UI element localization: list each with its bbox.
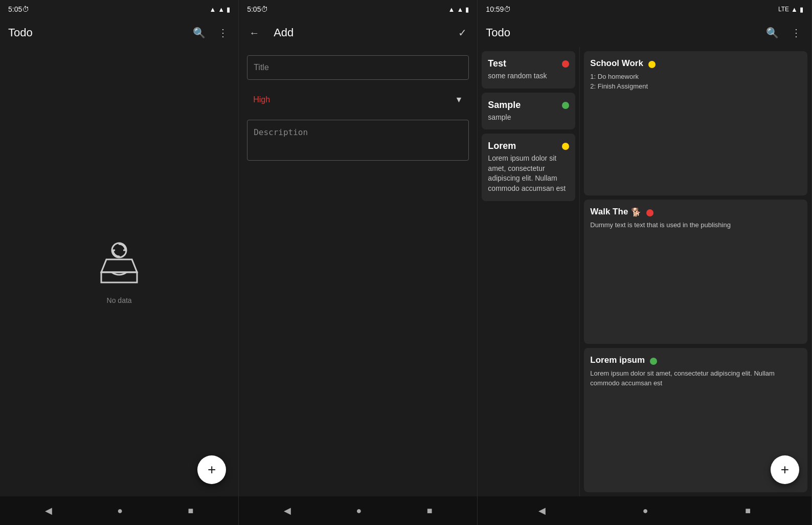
task-desc-sample: sample <box>488 113 569 123</box>
fab-3[interactable]: + <box>771 455 799 484</box>
priority-dot-lorem <box>562 143 569 150</box>
add-form: High ▼ <box>239 47 477 169</box>
task-title-test: Test <box>488 58 506 69</box>
task-card-sample[interactable]: Sample sample <box>482 93 575 130</box>
nav-recent-3[interactable]: ■ <box>741 501 755 520</box>
signal-icon-3: ▲ <box>791 6 798 13</box>
fab-1[interactable]: + <box>197 455 226 484</box>
task-header-lorem: Lorem <box>488 141 569 151</box>
signal-icon-2: ▲ <box>457 6 463 13</box>
task-card-lorem[interactable]: Lorem Lorem ipsum dolor sit amet, consec… <box>482 134 575 201</box>
left-task-list: Test some random task Sample sample Lore… <box>478 47 580 496</box>
priority-dot-lorem-ipsum <box>650 358 657 365</box>
task-card-test[interactable]: Test some random task <box>482 51 575 89</box>
back-button-2[interactable]: ← <box>247 25 261 41</box>
priority-dot-test <box>562 60 569 68</box>
task-title-lorem-ipsum: Lorem ipsum <box>590 355 645 365</box>
nav-bar-3: ◀ ● ■ <box>478 496 811 525</box>
status-dot-icon-2: ⏱ <box>261 5 268 13</box>
empty-icon <box>94 239 145 290</box>
right-task-list: School Work 1: Do homework2: Finish Assi… <box>580 47 811 496</box>
lte-label: LTE <box>778 6 789 13</box>
menu-button-1[interactable]: ⋮ <box>216 25 230 41</box>
task-header-test: Test <box>488 58 569 69</box>
app-title-3: Todo <box>486 26 764 39</box>
top-bar-3: Todo 🔍 ⋮ <box>478 18 811 47</box>
battery-icon-1: ▮ <box>227 6 230 13</box>
task-desc-lorem: Lorem ipsum dolor sit amet, consectetur … <box>488 154 569 193</box>
status-bar-2: 5:05 ⏱ ▲ ▲ ▮ <box>239 0 477 18</box>
priority-dot-school-work <box>648 61 656 68</box>
nav-home-3[interactable]: ● <box>639 501 652 520</box>
status-dot-icon-1: ⏱ <box>22 5 29 13</box>
confirm-button[interactable]: ✓ <box>456 25 469 41</box>
task-desc-test: some random task <box>488 71 569 81</box>
nav-bar-2: ◀ ● ■ <box>239 496 477 525</box>
top-bar-actions-1: 🔍 ⋮ <box>191 25 230 41</box>
status-bar-3: 10:59 ⏱ LTE ▲ ▮ <box>478 0 811 18</box>
task-title-walk-the: Walk The <box>590 207 628 217</box>
task-card-school-work[interactable]: School Work 1: Do homework2: Finish Assi… <box>584 51 807 195</box>
description-input[interactable] <box>247 120 469 161</box>
priority-dot-walk-the <box>646 209 653 216</box>
priority-selector[interactable]: High ▼ <box>247 88 469 112</box>
battery-icon-3: ▮ <box>800 6 803 13</box>
battery-icon-2: ▮ <box>465 6 469 13</box>
priority-dot-sample <box>562 102 569 109</box>
empty-state: No data <box>0 47 238 496</box>
wifi-icon-1: ▲ <box>209 6 216 13</box>
task-header-lorem-ipsum: Lorem ipsum <box>590 355 801 365</box>
task-header-school-work: School Work <box>590 58 801 69</box>
task-title-lorem: Lorem <box>488 141 516 151</box>
nav-back-1[interactable]: ◀ <box>41 501 56 520</box>
priority-value: High <box>253 95 270 104</box>
top-bar-1: Todo 🔍 ⋮ <box>0 18 238 47</box>
screen-3: 10:59 ⏱ LTE ▲ ▮ Todo 🔍 ⋮ Test some rando… <box>478 0 812 525</box>
nav-back-2[interactable]: ◀ <box>280 501 295 520</box>
dog-emoji: 🐕 <box>631 207 641 217</box>
search-button-1[interactable]: 🔍 <box>191 25 208 41</box>
nav-recent-2[interactable]: ■ <box>423 501 437 520</box>
nav-home-1[interactable]: ● <box>113 501 127 520</box>
wifi-icon-2: ▲ <box>448 6 455 13</box>
status-time-2: 5:05 <box>247 5 261 13</box>
task-header-sample: Sample <box>488 100 569 111</box>
top-bar-2: ← Add ✓ <box>239 18 477 47</box>
status-icons-1: ▲ ▲ ▮ <box>209 6 230 13</box>
status-time-3: 10:59 <box>486 5 504 13</box>
nav-back-3[interactable]: ◀ <box>534 501 550 520</box>
screen-1: 5:05 ⏱ ▲ ▲ ▮ Todo 🔍 ⋮ No data <box>0 0 239 525</box>
app-title-1: Todo <box>8 26 191 39</box>
task-title-sample: Sample <box>488 100 521 111</box>
nav-bar-1: ◀ ● ■ <box>0 496 238 525</box>
title-input[interactable] <box>247 55 469 80</box>
status-bar-1: 5:05 ⏱ ▲ ▲ ▮ <box>0 0 238 18</box>
add-title: Add <box>274 26 456 39</box>
task-header-walk-the: Walk The 🐕 <box>590 207 801 217</box>
search-button-3[interactable]: 🔍 <box>764 25 781 41</box>
status-dot-icon-3: ⏱ <box>504 5 511 13</box>
signal-icon-1: ▲ <box>218 6 224 13</box>
chevron-down-icon: ▼ <box>455 95 463 104</box>
task-desc-walk-the: Dummy text is text that is used in the p… <box>590 221 731 229</box>
task-title-school-work: School Work <box>590 58 643 69</box>
status-icons-2: ▲ ▲ ▮ <box>448 6 469 13</box>
task-card-walk-the[interactable]: Walk The 🐕 Dummy text is text that is us… <box>584 200 807 344</box>
task-desc-school-work: 1: Do homework2: Finish Assigment <box>590 73 648 90</box>
screen-2: 5:05 ⏱ ▲ ▲ ▮ ← Add ✓ High ▼ ◀ ● ■ <box>239 0 478 525</box>
menu-button-3[interactable]: ⋮ <box>789 25 803 41</box>
empty-text: No data <box>107 296 132 304</box>
status-icons-3: LTE ▲ ▮ <box>778 6 803 13</box>
task-desc-lorem-ipsum: Lorem ipsum dolor sit amet, consectetur … <box>590 369 775 387</box>
status-time-1: 5:05 <box>8 5 22 13</box>
top-bar-actions-3: 🔍 ⋮ <box>764 25 803 41</box>
screen-3-content: Test some random task Sample sample Lore… <box>478 47 811 496</box>
nav-recent-1[interactable]: ■ <box>184 501 198 520</box>
nav-home-2[interactable]: ● <box>352 501 366 520</box>
